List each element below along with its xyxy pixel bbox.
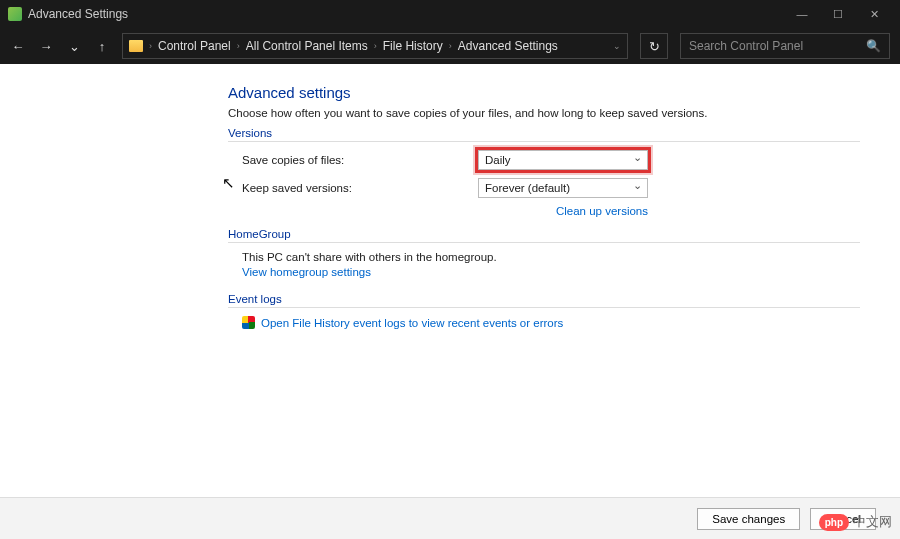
search-placeholder: Search Control Panel: [689, 39, 803, 53]
save-copies-value: Daily: [485, 154, 511, 166]
minimize-button[interactable]: —: [784, 0, 820, 28]
search-input[interactable]: Search Control Panel 🔍: [680, 33, 890, 59]
chevron-down-icon[interactable]: ⌄: [613, 41, 621, 51]
keep-saved-select[interactable]: Forever (default): [478, 178, 648, 198]
page-heading: Advanced settings: [228, 84, 860, 101]
chevron-right-icon: ›: [374, 41, 377, 51]
search-icon: 🔍: [866, 39, 881, 53]
recent-dropdown[interactable]: ⌄: [66, 38, 82, 54]
title-bar: Advanced Settings — ☐ ✕: [0, 0, 900, 28]
save-copies-label: Save copies of files:: [228, 154, 478, 166]
refresh-button[interactable]: ↻: [640, 33, 668, 59]
eventlogs-link[interactable]: Open File History event logs to view rec…: [261, 317, 563, 329]
footer-bar: Save changes Cancel: [0, 497, 900, 539]
breadcrumb-file-history[interactable]: File History: [383, 39, 443, 53]
folder-icon: [129, 40, 143, 52]
content-panel: Advanced settings Choose how often you w…: [0, 64, 900, 497]
breadcrumb-advanced-settings[interactable]: Advanced Settings: [458, 39, 558, 53]
homegroup-settings-link[interactable]: View homegroup settings: [242, 266, 371, 278]
breadcrumb-all-items[interactable]: All Control Panel Items: [246, 39, 368, 53]
chevron-right-icon: ›: [149, 41, 152, 51]
close-button[interactable]: ✕: [856, 0, 892, 28]
back-button[interactable]: ←: [10, 38, 26, 54]
cleanup-versions-link[interactable]: Clean up versions: [556, 205, 648, 217]
shield-icon: [242, 316, 255, 329]
section-divider: [228, 242, 860, 243]
chevron-right-icon: ›: [449, 41, 452, 51]
keep-saved-label: Keep saved versions:: [228, 182, 478, 194]
chevron-right-icon: ›: [237, 41, 240, 51]
page-description: Choose how often you want to save copies…: [228, 107, 860, 119]
cancel-button[interactable]: Cancel: [810, 508, 876, 530]
window-title: Advanced Settings: [28, 7, 128, 21]
breadcrumb-control-panel[interactable]: Control Panel: [158, 39, 231, 53]
section-divider: [228, 141, 860, 142]
forward-button[interactable]: →: [38, 38, 54, 54]
keep-saved-value: Forever (default): [485, 182, 570, 194]
nav-toolbar: ← → ⌄ ↑ › Control Panel › All Control Pa…: [0, 28, 900, 64]
maximize-button[interactable]: ☐: [820, 0, 856, 28]
homegroup-section-label: HomeGroup: [228, 228, 860, 240]
section-divider: [228, 307, 860, 308]
save-button[interactable]: Save changes: [697, 508, 800, 530]
versions-section-label: Versions: [228, 127, 860, 139]
app-icon: [8, 7, 22, 21]
homegroup-text: This PC can't share with others in the h…: [228, 251, 860, 263]
address-bar[interactable]: › Control Panel › All Control Panel Item…: [122, 33, 628, 59]
save-copies-select[interactable]: Daily: [478, 150, 648, 170]
eventlogs-section-label: Event logs: [228, 293, 860, 305]
up-button[interactable]: ↑: [94, 38, 110, 54]
